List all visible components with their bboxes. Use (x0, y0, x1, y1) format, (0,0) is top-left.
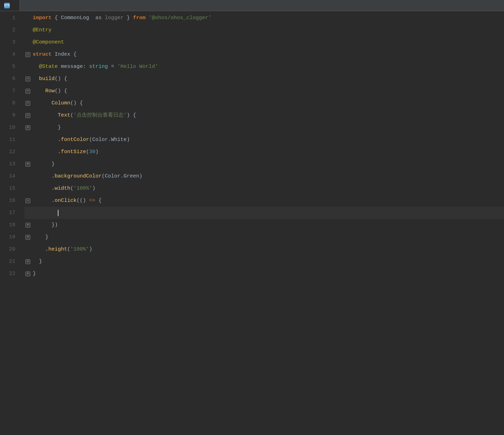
text-cursor (58, 210, 58, 216)
gutter-icon[interactable]: − (24, 198, 31, 203)
token-plain (33, 73, 39, 85)
token-method: .height (45, 243, 67, 255)
token-plain (33, 207, 58, 219)
gutter-icon[interactable]: − (24, 52, 31, 57)
token-identifier: Green (124, 170, 139, 182)
code-line: − Row() { (24, 85, 504, 97)
fold-close-icon[interactable]: + (25, 162, 30, 167)
token-method: Text (58, 109, 70, 121)
fold-open-icon[interactable]: − (25, 52, 30, 57)
token-method: Row (45, 85, 55, 97)
token-plain: { (95, 195, 102, 207)
fold-open-icon[interactable]: − (25, 77, 30, 81)
gutter-icon[interactable]: − (24, 101, 31, 106)
token-number: 30 (89, 146, 95, 158)
line-number: 2 (0, 24, 15, 36)
token-plain: (( (77, 195, 83, 207)
token-plain (33, 109, 58, 121)
line-number: 8 (0, 97, 15, 109)
token-plain (52, 48, 55, 61)
token-plain (33, 243, 45, 255)
token-plain: } (124, 12, 133, 24)
token-identifier: Index (55, 48, 70, 61)
fold-close-icon[interactable]: + (25, 271, 30, 276)
token-plain (33, 146, 58, 158)
token-method: .fontSize (58, 146, 86, 158)
fold-close-icon[interactable]: + (25, 259, 30, 264)
token-chinese-string: '点击控制台查看日志' (73, 109, 127, 121)
token-plain: } (33, 121, 61, 134)
line-number: 9 (0, 109, 15, 121)
token-plain: ) { (127, 109, 136, 121)
token-plain (102, 12, 105, 24)
token-plain (33, 195, 52, 207)
fold-open-icon[interactable]: − (25, 113, 30, 118)
line-number: 22 (0, 268, 15, 280)
gutter-icon[interactable]: + (24, 235, 31, 240)
token-kw-from: from (133, 12, 145, 24)
file-tab[interactable]: ETS (0, 0, 20, 11)
code-line: .fontSize(30) (24, 146, 504, 158)
token-plain (33, 85, 45, 97)
line-numbers: 12345678910111213141516171819202122 (0, 11, 21, 435)
token-plain: } (33, 231, 48, 243)
token-plain: () { (55, 85, 67, 97)
token-plain: { (52, 12, 61, 24)
fold-open-icon[interactable]: − (25, 101, 30, 106)
token-plain: }) (33, 219, 58, 231)
token-plain: ) (95, 146, 99, 158)
token-plain: { (70, 48, 77, 61)
token-state-decorator: @State (39, 61, 58, 73)
line-number: 13 (0, 158, 15, 170)
code-line: .width('100%') (24, 182, 504, 195)
token-comment: logger (105, 12, 124, 24)
token-plain: . (120, 170, 124, 182)
token-plain (33, 61, 39, 73)
token-string-single: 'Hello World' (117, 61, 158, 73)
token-plain: ( (86, 146, 89, 158)
fold-close-icon[interactable]: + (25, 235, 30, 240)
code-line: import { CommonLog as logger } from '@oh… (24, 12, 504, 24)
gutter-icon[interactable]: − (24, 89, 31, 94)
token-method: build (39, 73, 55, 85)
token-plain: } (33, 268, 36, 280)
gutter-icon[interactable]: − (24, 77, 31, 81)
line-number: 16 (0, 195, 15, 207)
code-line: − .onClick(() => { (24, 195, 504, 207)
token-plain: ( (102, 170, 105, 182)
token-arrow: => (89, 195, 95, 207)
token-plain: ) (83, 195, 89, 207)
code-line: + }) (24, 219, 504, 231)
token-plain: ( (67, 243, 70, 255)
code-line: −struct Index { (24, 48, 504, 61)
code-line (24, 207, 504, 219)
code-content[interactable]: import { CommonLog as logger } from '@oh… (21, 11, 504, 435)
gutter-icon[interactable]: + (24, 271, 31, 276)
token-string: '@ohos/ohos_clogger' (149, 12, 211, 24)
line-number: 12 (0, 146, 15, 158)
fold-close-icon[interactable]: + (25, 223, 30, 228)
code-line: .backgroundColor(Color.Green) (24, 170, 504, 182)
token-method: .fontColor (58, 134, 89, 146)
token-plain: . (108, 134, 111, 146)
code-line: .fontColor(Color.White) (24, 134, 504, 146)
token-plain (145, 12, 149, 24)
gutter-icon[interactable]: + (24, 125, 31, 130)
token-kw-as: as (95, 12, 102, 24)
token-identifier: Color (92, 134, 108, 146)
token-identifier: Color (105, 170, 120, 182)
fold-open-icon[interactable]: − (25, 198, 30, 203)
token-plain: : (83, 61, 89, 73)
gutter-icon[interactable]: + (24, 259, 31, 264)
token-plain (33, 170, 52, 182)
fold-close-icon[interactable]: + (25, 125, 30, 130)
code-line: − Column() { (24, 97, 504, 109)
code-line: − build() { (24, 73, 504, 85)
gutter-icon[interactable]: − (24, 113, 31, 118)
fold-open-icon[interactable]: − (25, 89, 30, 94)
gutter-icon[interactable]: + (24, 162, 31, 167)
token-method: .onClick (52, 195, 77, 207)
token-method: Column (52, 97, 70, 109)
gutter-icon[interactable]: + (24, 223, 31, 228)
line-number: 18 (0, 219, 15, 231)
